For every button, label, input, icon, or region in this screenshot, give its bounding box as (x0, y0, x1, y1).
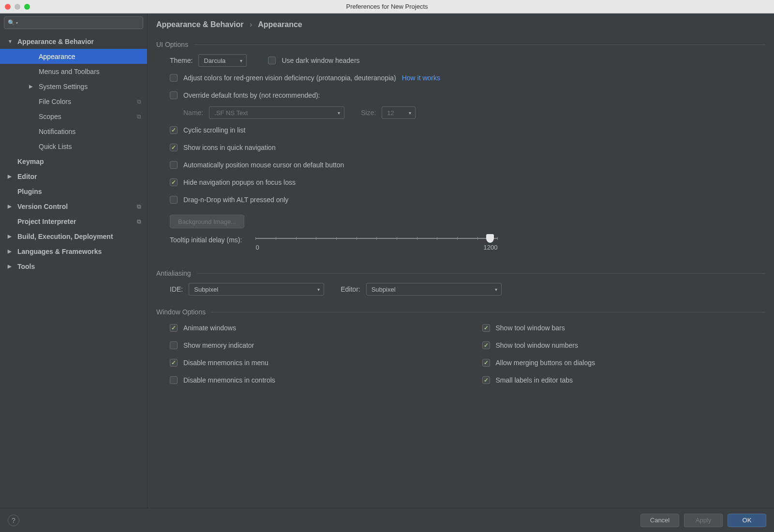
dnd-alt-label: Drag-n-Drop with ALT pressed only (183, 196, 288, 204)
sidebar-item-label: Build, Execution, Deployment (17, 233, 113, 240)
tree-arrow-icon: ▶ (29, 84, 36, 89)
sidebar-item-label: System Settings (39, 83, 88, 90)
sidebar-item-label: Appearance & Behavior (17, 38, 94, 45)
disable-control-mnemonics-checkbox[interactable] (170, 376, 178, 384)
dnd-alt-checkbox[interactable] (170, 196, 178, 204)
aa-editor-select[interactable]: Subpixel (366, 283, 502, 296)
tree-arrow-icon: ▶ (8, 174, 15, 179)
slider-min: 0 (255, 244, 259, 251)
section-antialiasing: Antialiasing (156, 266, 765, 279)
sidebar-item[interactable]: Menus and Toolbars (0, 64, 147, 79)
tool-window-numbers-checkbox[interactable] (482, 341, 490, 349)
slider-max: 1200 (483, 244, 497, 251)
tree-arrow-icon: ▶ (8, 204, 15, 209)
dark-headers-label: Use dark window headers (282, 57, 359, 64)
window-title: Preferences for New Projects (346, 3, 428, 10)
disable-menu-mnemonics-checkbox[interactable] (170, 359, 178, 367)
breadcrumb-leaf: Appearance (258, 20, 302, 29)
disable-menu-mnemonics-label: Disable mnemonics in menu (183, 359, 268, 367)
sidebar-item-label: Appearance (39, 53, 75, 60)
zoom-window-button[interactable] (24, 4, 30, 10)
sidebar-item[interactable]: Quick Lists (0, 139, 147, 154)
sidebar-item[interactable]: Scopes⧉ (0, 109, 147, 124)
tooltip-delay-slider[interactable]: 0 1200 (255, 234, 497, 251)
close-window-button[interactable] (5, 4, 11, 10)
sidebar-item[interactable]: ▶Languages & Frameworks (0, 244, 147, 259)
animate-windows-checkbox[interactable] (170, 324, 178, 332)
sidebar-item[interactable]: ▶System Settings (0, 79, 147, 94)
sidebar-item-label: Scopes (39, 113, 61, 120)
sidebar-item-label: File Colors (39, 98, 71, 105)
hide-popups-label: Hide navigation popups on focus loss (183, 178, 296, 186)
tool-window-numbers-label: Show tool window numbers (496, 341, 578, 349)
sidebar-item[interactable]: Notifications (0, 124, 147, 139)
sidebar-item-label: Editor (17, 173, 37, 180)
quick-nav-icons-checkbox[interactable] (170, 144, 178, 151)
how-it-works-link[interactable]: How it works (402, 74, 440, 82)
animate-windows-label: Animate windows (183, 324, 236, 332)
theme-label: Theme: (170, 57, 193, 64)
aa-ide-select[interactable]: Subpixel (189, 283, 324, 296)
font-name-select[interactable]: .SF NS Text (209, 106, 344, 119)
breadcrumb: Appearance & Behavior › Appearance (156, 14, 765, 38)
adjust-colors-checkbox[interactable] (170, 74, 178, 82)
sidebar-item[interactable]: ▶Version Control⧉ (0, 199, 147, 214)
aa-editor-label: Editor: (341, 285, 360, 293)
sidebar-item[interactable]: Appearance (0, 49, 147, 64)
sidebar-item[interactable]: File Colors⧉ (0, 94, 147, 109)
minimize-window-button[interactable] (15, 4, 20, 10)
memory-indicator-checkbox[interactable] (170, 341, 178, 349)
small-labels-label: Small labels in editor tabs (496, 376, 573, 384)
disable-control-mnemonics-label: Disable mnemonics in controls (183, 376, 275, 384)
tool-window-bars-label: Show tool window bars (496, 324, 565, 332)
cyclic-scroll-checkbox[interactable] (170, 126, 178, 134)
ok-button[interactable]: OK (728, 514, 766, 527)
sidebar-item[interactable]: ▼Appearance & Behavior (0, 34, 147, 49)
cancel-button[interactable]: Cancel (640, 514, 679, 527)
apply-button[interactable]: Apply (684, 514, 723, 527)
font-size-select[interactable]: 12 (382, 106, 416, 119)
sidebar-item[interactable]: ▶Editor (0, 169, 147, 184)
sidebar-item-label: Version Control (17, 203, 68, 210)
sidebar-item-label: Plugins (17, 188, 42, 195)
dark-headers-checkbox[interactable] (268, 57, 276, 64)
tree-arrow-icon: ▶ (8, 249, 15, 254)
sidebar-item-label: Notifications (39, 128, 75, 135)
sidebar-item[interactable]: ▶Build, Execution, Deployment (0, 229, 147, 244)
aa-ide-label: IDE: (170, 285, 183, 293)
breadcrumb-separator: › (250, 20, 252, 29)
cyclic-scroll-label: Cyclic scrolling in list (183, 126, 245, 134)
footer: ? Cancel Apply OK (0, 508, 774, 532)
auto-mouse-label: Automatically position mouse cursor on d… (183, 161, 344, 169)
memory-indicator-label: Show memory indicator (183, 341, 254, 349)
override-fonts-checkbox[interactable] (170, 91, 178, 99)
auto-mouse-checkbox[interactable] (170, 161, 178, 169)
sidebar-item[interactable]: Plugins (0, 184, 147, 199)
project-scope-icon: ⧉ (137, 98, 141, 105)
small-labels-checkbox[interactable] (482, 376, 490, 384)
theme-select[interactable]: Darcula (198, 54, 247, 67)
titlebar: Preferences for New Projects (0, 0, 774, 14)
search-input[interactable] (4, 16, 143, 29)
project-scope-icon: ⧉ (137, 113, 141, 120)
sidebar-item-label: Tools (17, 263, 35, 270)
sidebar-item-label: Keymap (17, 158, 44, 165)
tree-arrow-icon: ▶ (8, 234, 15, 239)
section-window-options: Window Options (156, 305, 765, 318)
sidebar-item-label: Project Interpreter (17, 218, 76, 225)
merge-buttons-checkbox[interactable] (482, 359, 490, 367)
sidebar-item[interactable]: Keymap (0, 154, 147, 169)
sidebar: 🔍 ▼Appearance & BehaviorAppearanceMenus … (0, 14, 148, 508)
tooltip-delay-label: Tooltip initial delay (ms): (170, 234, 242, 244)
preferences-tree: ▼Appearance & BehaviorAppearanceMenus an… (0, 32, 147, 508)
help-button[interactable]: ? (8, 515, 19, 526)
sidebar-item[interactable]: Project Interpreter⧉ (0, 214, 147, 229)
background-image-button[interactable]: Background Image... (170, 215, 244, 228)
sidebar-item[interactable]: ▶Tools (0, 259, 147, 274)
project-scope-icon: ⧉ (137, 203, 141, 210)
search-icon: 🔍 (8, 19, 18, 26)
tool-window-bars-checkbox[interactable] (482, 324, 490, 332)
quick-nav-icons-label: Show icons in quick navigation (183, 144, 276, 151)
sidebar-item-label: Menus and Toolbars (39, 68, 100, 75)
hide-popups-checkbox[interactable] (170, 178, 178, 186)
